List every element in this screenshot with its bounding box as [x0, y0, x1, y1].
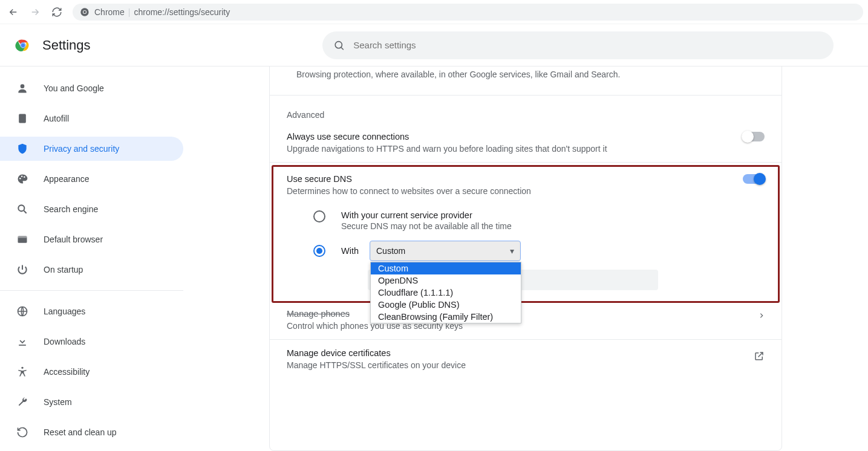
- sidebar-item-downloads[interactable]: Downloads: [0, 329, 183, 354]
- secure-dns-toggle[interactable]: [743, 174, 765, 184]
- dropdown-option[interactable]: Cloudflare (1.1.1.1): [371, 287, 521, 299]
- secure-connections-toggle[interactable]: [743, 132, 765, 141]
- sidebar-item-label: Search engine: [44, 204, 98, 214]
- svg-point-8: [19, 178, 21, 180]
- browser-icon: [16, 233, 29, 246]
- dns-with-label: With: [341, 246, 359, 256]
- secure-connections-row: Always use secure connections Upgrade na…: [270, 123, 782, 163]
- page-title: Settings: [42, 37, 91, 53]
- radio-icon: [313, 245, 325, 257]
- address-separator: |: [128, 7, 131, 17]
- secure-dns-desc: Determines how to connect to websites ov…: [287, 186, 531, 196]
- sidebar-item-on-startup[interactable]: On startup: [0, 258, 183, 282]
- sidebar-item-accessibility[interactable]: Accessibility: [0, 360, 183, 384]
- sidebar-item-you-and-google[interactable]: You and Google: [0, 76, 183, 100]
- dropdown-option[interactable]: Google (Public DNS): [371, 299, 521, 311]
- radio-icon: [313, 210, 325, 222]
- svg-point-10: [24, 176, 25, 178]
- chrome-logo-icon: [15, 37, 31, 54]
- external-link-icon: [754, 348, 765, 363]
- sidebar-item-label: Appearance: [44, 174, 90, 184]
- sidebar-item-label: On startup: [44, 265, 83, 274]
- settings-sidebar: You and Google Autofill Privacy and secu…: [0, 67, 183, 451]
- sidebar-item-languages[interactable]: Languages: [0, 299, 183, 323]
- accessibility-icon: [16, 365, 29, 378]
- secure-connections-title: Always use secure connections: [287, 132, 607, 141]
- download-icon: [16, 335, 29, 348]
- security-card: Browsing protection, where available, in…: [269, 67, 782, 451]
- dns-provider-dropdown-list: Custom OpenDNS Cloudflare (1.1.1.1) Goog…: [370, 262, 521, 323]
- palette-icon: [16, 172, 29, 186]
- sidebar-item-label: Accessibility: [44, 367, 90, 377]
- sidebar-divider: [0, 290, 183, 291]
- shield-icon: [16, 142, 29, 155]
- dns-option-current-desc: Secure DNS may not be available all the …: [341, 221, 765, 231]
- wrench-icon: [16, 395, 29, 409]
- sidebar-item-label: Autofill: [44, 114, 69, 123]
- browser-toolbar: Chrome | chrome://settings/security: [0, 0, 868, 24]
- dns-option-current-title: With your current service provider: [341, 210, 765, 220]
- svg-point-7: [21, 84, 25, 88]
- svg-point-9: [21, 176, 23, 178]
- reload-button[interactable]: [48, 4, 65, 21]
- advanced-section-header: Advanced: [270, 96, 782, 123]
- sidebar-item-privacy-security[interactable]: Privacy and security: [0, 137, 183, 161]
- dns-option-with[interactable]: With Custom ▾ Custom OpenDNS Cloudflare …: [287, 235, 765, 261]
- intro-text-row: Browsing protection, where available, in…: [270, 67, 782, 96]
- chevron-right-icon: [759, 309, 765, 322]
- arrow-left-icon: [8, 7, 19, 18]
- settings-header: Settings: [0, 24, 868, 67]
- sidebar-item-autofill[interactable]: Autofill: [0, 106, 183, 131]
- advanced-label: Advanced: [287, 110, 765, 120]
- dropdown-value: Custom: [376, 246, 405, 256]
- forward-button[interactable]: [27, 4, 44, 21]
- sidebar-item-reset[interactable]: Reset and clean up: [0, 420, 183, 444]
- search-icon: [333, 39, 345, 51]
- manage-phones-row[interactable]: Manage phones Control which phones you u…: [270, 303, 782, 340]
- sidebar-item-system[interactable]: System: [0, 390, 183, 414]
- intro-text: Browsing protection, where available, in…: [296, 70, 620, 79]
- secure-dns-section: Use secure DNS Determines how to connect…: [272, 165, 780, 303]
- search-icon: [16, 203, 29, 216]
- search-settings[interactable]: [322, 31, 834, 59]
- power-icon: [16, 263, 29, 276]
- back-button[interactable]: [5, 4, 22, 21]
- sidebar-item-label: Default browser: [44, 235, 103, 244]
- manage-certificates-row[interactable]: Manage device certificates Manage HTTPS/…: [270, 340, 782, 378]
- svg-point-11: [18, 205, 24, 211]
- address-url: chrome://settings/security: [134, 7, 230, 17]
- dns-option-current-provider[interactable]: With your current service provider Secur…: [287, 206, 765, 235]
- svg-point-15: [21, 367, 23, 369]
- reload-icon: [51, 7, 62, 18]
- restore-icon: [16, 426, 29, 439]
- chrome-icon: [80, 7, 90, 17]
- dropdown-option[interactable]: CleanBrowsing (Family Filter): [371, 311, 521, 323]
- sidebar-item-label: Reset and clean up: [44, 427, 117, 437]
- caret-down-icon: ▾: [510, 246, 514, 256]
- address-bar[interactable]: Chrome | chrome://settings/security: [73, 4, 863, 21]
- sidebar-item-default-browser[interactable]: Default browser: [0, 227, 183, 251]
- globe-icon: [16, 305, 29, 318]
- arrow-right-icon: [30, 7, 41, 18]
- sidebar-item-search-engine[interactable]: Search engine: [0, 197, 183, 221]
- secure-dns-title: Use secure DNS: [287, 174, 531, 184]
- sidebar-item-label: Privacy and security: [44, 144, 119, 154]
- dropdown-option[interactable]: Custom: [371, 262, 521, 274]
- svg-point-6: [335, 41, 342, 48]
- person-icon: [16, 82, 29, 95]
- sidebar-item-label: Downloads: [44, 337, 85, 346]
- sidebar-item-label: Languages: [44, 307, 85, 316]
- manage-certs-desc: Manage HTTPS/SSL certificates on your de…: [287, 360, 466, 370]
- secure-connections-desc: Upgrade navigations to HTTPS and warn yo…: [287, 144, 607, 154]
- dns-provider-dropdown[interactable]: Custom ▾ Custom OpenDNS Cloudflare (1.1.…: [370, 241, 521, 261]
- sidebar-item-label: You and Google: [44, 83, 104, 93]
- svg-rect-13: [18, 236, 27, 238]
- dropdown-option[interactable]: OpenDNS: [371, 274, 521, 287]
- clipboard-icon: [16, 112, 29, 125]
- manage-certs-title: Manage device certificates: [287, 348, 466, 358]
- settings-content: Browsing protection, where available, in…: [183, 67, 868, 451]
- svg-point-2: [83, 10, 86, 13]
- search-input[interactable]: [353, 40, 823, 50]
- sidebar-item-appearance[interactable]: Appearance: [0, 167, 183, 191]
- address-product-label: Chrome: [94, 7, 125, 17]
